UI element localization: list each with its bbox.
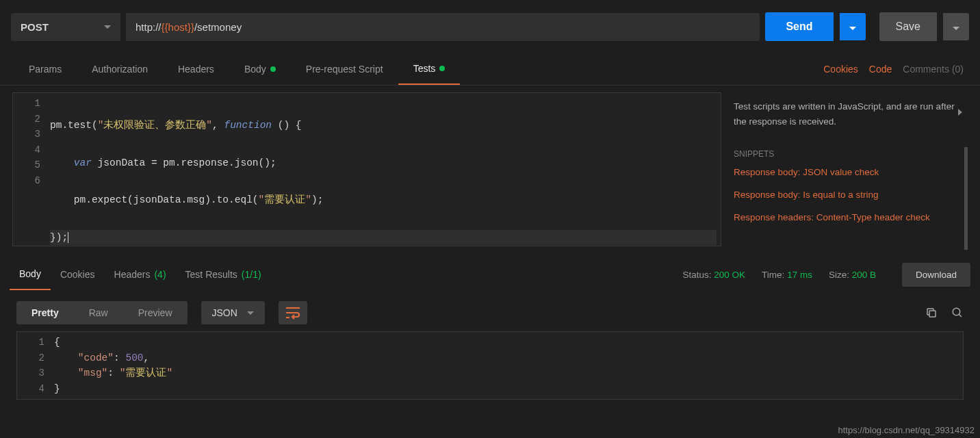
size-meta: Size: 200 B: [829, 270, 876, 280]
resp-tab-testresults[interactable]: Test Results(1/1): [176, 259, 271, 289]
line-number: 2: [13, 112, 46, 127]
view-raw[interactable]: Raw: [74, 301, 123, 324]
collapse-arrow-icon[interactable]: [958, 109, 962, 116]
code-editor[interactable]: 1 2 3 4 5 6 pm.test("未权限验证、参数正确", functi…: [12, 92, 721, 246]
send-dropdown[interactable]: [840, 13, 866, 40]
view-preview[interactable]: Preview: [123, 301, 188, 324]
method-select[interactable]: POST: [11, 13, 120, 41]
request-tabs: Params Authorization Headers Body Pre-re…: [0, 53, 980, 86]
code-link[interactable]: Code: [869, 64, 892, 75]
time-value: 17 ms: [787, 270, 812, 280]
tab-body[interactable]: Body: [229, 54, 291, 84]
time-meta: Time: 17 ms: [762, 270, 812, 280]
size-label: Size:: [829, 270, 849, 280]
panel-description: Test scripts are written in JavaScript, …: [734, 99, 962, 129]
chevron-down-icon: [953, 27, 959, 30]
wrap-button[interactable]: [279, 301, 307, 324]
tab-tests[interactable]: Tests: [398, 53, 461, 85]
dot-icon: [270, 66, 276, 72]
chevron-down-icon: [247, 311, 254, 315]
tab-body-label: Body: [244, 64, 266, 75]
line-number: 2: [17, 350, 50, 366]
download-button[interactable]: Download: [902, 263, 970, 287]
status-meta: Status: 200 OK: [683, 270, 746, 280]
size-value: 200 B: [852, 270, 876, 280]
snippets-header: SNIPPETS: [734, 149, 962, 159]
editor-gutter: 1 2 3 4 5 6: [13, 93, 46, 246]
viewer-right-icons: [925, 307, 964, 319]
watermark: https://blog.csdn.net/qq_39314932: [838, 425, 975, 435]
url-prefix: http://: [136, 21, 162, 33]
request-bar: POST http://{{host}}/setmoney Send Save: [0, 0, 980, 53]
svg-point-3: [953, 308, 960, 315]
headers-count: (4): [154, 269, 166, 280]
json-line: "msg": "需要认证": [54, 365, 959, 381]
svg-line-4: [959, 314, 962, 317]
status-label: Status:: [683, 270, 712, 280]
status-value: 200 OK: [714, 270, 745, 280]
code-line: pm.expect(jsonData.msg).to.eql("需要认证");: [50, 192, 717, 208]
chevron-down-icon: [104, 25, 111, 29]
method-value: POST: [21, 21, 49, 33]
resp-tab-testresults-label: Test Results: [185, 269, 237, 280]
resp-tab-headers-label: Headers: [114, 269, 151, 280]
format-value: JSON: [212, 307, 237, 318]
tab-authorization[interactable]: Authorization: [77, 54, 163, 84]
line-number: 6: [13, 173, 46, 189]
line-number: 4: [13, 142, 46, 158]
snippets-panel: Test scripts are written in JavaScript, …: [721, 92, 968, 246]
tab-prerequest[interactable]: Pre-request Script: [291, 54, 398, 84]
response-body: 1 2 3 4 { "code": 500, "msg": "需要认证" }: [16, 331, 964, 400]
resp-tab-body[interactable]: Body: [10, 259, 51, 290]
url-variable: {{host}}: [162, 21, 194, 33]
line-number: 4: [17, 381, 50, 397]
line-number: 5: [13, 157, 46, 173]
code-line: });: [50, 230, 717, 246]
line-number: 1: [13, 96, 46, 112]
response-tabs: Body Cookies Headers(4) Test Results(1/1…: [0, 259, 980, 290]
svg-rect-2: [929, 311, 936, 317]
dot-icon: [439, 66, 445, 71]
copy-icon[interactable]: [925, 307, 938, 319]
viewer-row: Pretty Raw Preview JSON: [0, 290, 980, 331]
testresults-count: (1/1): [242, 269, 261, 280]
line-number: 3: [13, 127, 46, 142]
response-meta: Status: 200 OK Time: 17 ms Size: 200 B D…: [683, 263, 970, 287]
search-icon[interactable]: [951, 307, 964, 319]
snippet-item[interactable]: Response body: Is equal to a string: [734, 190, 962, 200]
line-number: 1: [17, 335, 50, 350]
editor-section: 1 2 3 4 5 6 pm.test("未权限验证、参数正确", functi…: [0, 86, 980, 246]
format-select[interactable]: JSON: [201, 301, 265, 324]
tab-tests-label: Tests: [413, 63, 436, 74]
comments-link[interactable]: Comments (0): [903, 64, 964, 75]
response-content[interactable]: { "code": 500, "msg": "需要认证" }: [50, 332, 963, 399]
chevron-down-icon: [849, 27, 856, 30]
cookies-link[interactable]: Cookies: [823, 64, 858, 75]
tab-headers[interactable]: Headers: [163, 54, 229, 84]
cursor: [68, 232, 68, 243]
view-pretty[interactable]: Pretty: [16, 301, 74, 324]
resp-tab-headers[interactable]: Headers(4): [105, 259, 176, 289]
snippet-item[interactable]: Response headers: Content-Type header ch…: [734, 212, 962, 222]
code-line: pm.test("未权限验证、参数正确", function () {: [50, 118, 717, 133]
line-number: 3: [17, 365, 50, 381]
editor-content[interactable]: pm.test("未权限验证、参数正确", function () { var …: [46, 93, 721, 246]
time-label: Time:: [762, 270, 784, 280]
tab-params[interactable]: Params: [14, 54, 77, 84]
json-line: }: [54, 381, 959, 397]
scrollbar[interactable]: [964, 147, 968, 250]
save-dropdown[interactable]: [943, 13, 969, 40]
url-input[interactable]: http://{{host}}/setmoney: [126, 13, 760, 41]
json-line: "code": 500,: [54, 350, 959, 366]
url-suffix: /setmoney: [194, 21, 242, 33]
response-gutter: 1 2 3 4: [17, 332, 50, 399]
code-line: var jsonData = pm.response.json();: [50, 155, 717, 171]
send-button[interactable]: Send: [765, 12, 833, 41]
resp-tab-cookies[interactable]: Cookies: [51, 259, 105, 289]
snippet-item[interactable]: Response body: JSON value check: [734, 167, 962, 177]
wrap-icon: [285, 306, 300, 320]
json-line: {: [54, 335, 959, 350]
right-links: Cookies Code Comments (0): [821, 54, 966, 84]
save-button[interactable]: Save: [879, 12, 937, 41]
